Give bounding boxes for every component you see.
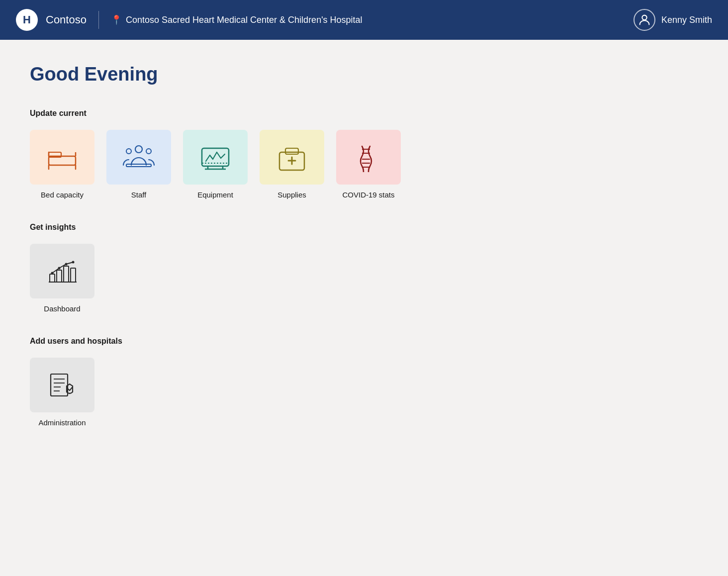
- staff-label: Staff: [131, 191, 147, 199]
- svg-rect-28: [71, 268, 76, 282]
- app-logo: H: [16, 9, 38, 31]
- svg-point-8: [126, 149, 131, 154]
- administration-icon-box: [30, 358, 94, 412]
- dashboard-card[interactable]: Dashboard: [30, 244, 94, 313]
- get-insights-label: Get insights: [30, 223, 698, 232]
- supplies-icon-box: [260, 130, 324, 185]
- person-icon: [637, 13, 651, 27]
- staff-icon-box: [106, 130, 171, 185]
- equipment-icon: [198, 142, 233, 172]
- covid-stats-card[interactable]: COVID-19 stats: [336, 130, 401, 199]
- svg-point-29: [51, 272, 54, 275]
- covid-stats-label: COVID-19 stats: [342, 191, 394, 199]
- equipment-label: Equipment: [197, 191, 233, 199]
- supplies-icon: [274, 142, 309, 172]
- app-name: Contoso: [46, 13, 87, 26]
- equipment-icon-box: [183, 130, 248, 185]
- bed-capacity-icon-box: [30, 130, 94, 185]
- header-location: 📍 Contoso Sacred Heart Medical Center & …: [111, 14, 363, 25]
- admin-icon: [45, 370, 80, 400]
- add-users-section: Add users and hospitals: [30, 337, 698, 427]
- dna-icon: [351, 142, 386, 172]
- administration-card[interactable]: Administration: [30, 358, 94, 427]
- get-insights-section: Get insights: [30, 223, 698, 313]
- bed-capacity-label: Bed capacity: [41, 191, 84, 199]
- supplies-card[interactable]: Supplies: [260, 130, 324, 199]
- svg-rect-17: [285, 148, 298, 154]
- get-insights-cards: Dashboard: [30, 244, 698, 313]
- svg-rect-25: [50, 274, 55, 282]
- bed-icon: [45, 142, 80, 172]
- svg-point-9: [146, 149, 151, 154]
- supplies-label: Supplies: [277, 191, 306, 199]
- equipment-card[interactable]: Equipment: [183, 130, 248, 199]
- logo-letter: H: [23, 13, 31, 26]
- header-divider: [98, 11, 99, 29]
- svg-point-0: [642, 15, 646, 20]
- dashboard-icon: [45, 256, 80, 286]
- header-left: H Contoso 📍 Contoso Sacred Heart Medical…: [16, 9, 363, 31]
- administration-label: Administration: [38, 418, 86, 427]
- add-users-label: Add users and hospitals: [30, 337, 698, 346]
- svg-rect-27: [64, 266, 69, 282]
- user-avatar[interactable]: [634, 9, 655, 31]
- add-users-cards: Administration: [30, 358, 698, 427]
- staff-card[interactable]: Staff: [106, 130, 171, 199]
- svg-point-7: [135, 146, 142, 153]
- update-current-section: Update current Bed capacity: [30, 109, 698, 199]
- svg-point-32: [72, 261, 75, 264]
- dashboard-label: Dashboard: [44, 304, 80, 313]
- header-right[interactable]: Kenny Smith: [634, 9, 712, 31]
- svg-point-30: [58, 267, 61, 270]
- svg-point-31: [65, 263, 68, 266]
- location-text: Contoso Sacred Heart Medical Center & Ch…: [126, 15, 363, 25]
- staff-icon: [121, 142, 156, 172]
- update-current-label: Update current: [30, 109, 698, 118]
- svg-rect-34: [51, 374, 68, 396]
- svg-rect-10: [126, 164, 151, 167]
- svg-rect-26: [57, 270, 62, 282]
- greeting-text: Good Evening: [30, 64, 698, 85]
- user-name: Kenny Smith: [661, 15, 712, 25]
- covid-icon-box: [336, 130, 401, 185]
- dashboard-icon-box: [30, 244, 94, 298]
- bed-capacity-card[interactable]: Bed capacity: [30, 130, 94, 199]
- main-content: Good Evening Update current Bed capacity: [0, 40, 728, 475]
- app-header: H Contoso 📍 Contoso Sacred Heart Medical…: [0, 0, 728, 40]
- location-icon: 📍: [111, 14, 122, 25]
- update-current-cards: Bed capacity: [30, 130, 698, 199]
